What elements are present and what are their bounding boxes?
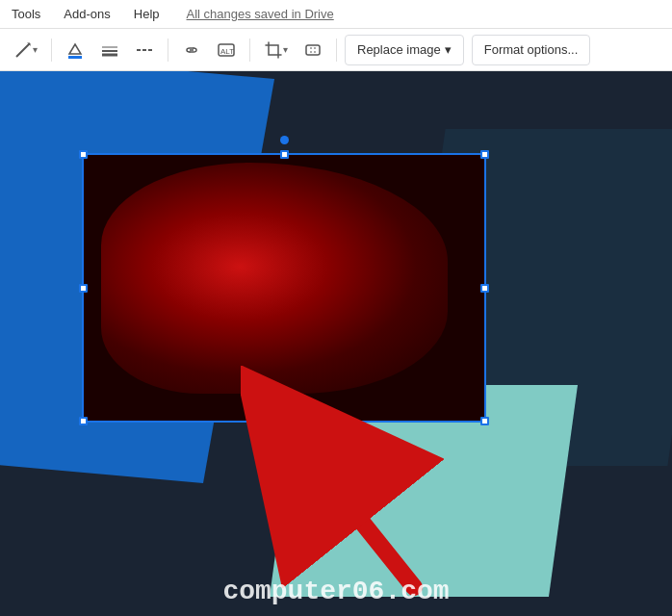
border-color-icon bbox=[65, 40, 85, 60]
line-tool-chevron: ▾ bbox=[33, 44, 38, 55]
menu-addons[interactable]: Add-ons bbox=[60, 5, 114, 23]
menu-help[interactable]: Help bbox=[130, 5, 164, 23]
replace-image-label: Replace image bbox=[357, 42, 441, 57]
border-dash-button[interactable] bbox=[129, 35, 160, 65]
line-icon bbox=[13, 40, 33, 60]
mask-button[interactable] bbox=[297, 35, 328, 65]
watermark: computer06.com bbox=[222, 577, 449, 606]
drive-save-status: All changes saved in Drive bbox=[187, 7, 334, 21]
canvas-area[interactable]: computer06.com bbox=[0, 71, 672, 616]
divider-1 bbox=[51, 38, 52, 62]
menu-bar: Tools Add-ons Help All changes saved in … bbox=[0, 0, 672, 29]
alt-text-button[interactable]: ALT bbox=[211, 35, 242, 65]
svg-line-0 bbox=[16, 43, 30, 57]
format-options-button[interactable]: Format options... bbox=[472, 35, 591, 65]
red-arrow bbox=[241, 366, 452, 606]
jellyfish-image bbox=[101, 163, 448, 394]
svg-text:ALT: ALT bbox=[220, 47, 234, 56]
link-button[interactable] bbox=[176, 35, 207, 65]
divider-4 bbox=[336, 38, 337, 62]
replace-image-chevron: ▾ bbox=[445, 42, 452, 57]
mask-icon bbox=[303, 40, 323, 60]
svg-line-14 bbox=[298, 443, 414, 587]
border-dash-icon bbox=[135, 40, 154, 60]
menu-tools[interactable]: Tools bbox=[8, 5, 44, 23]
divider-3 bbox=[249, 38, 250, 62]
border-weight-button[interactable] bbox=[94, 35, 125, 65]
alt-text-icon: ALT bbox=[217, 40, 236, 60]
crop-chevron: ▾ bbox=[283, 44, 288, 55]
format-options-label: Format options... bbox=[484, 42, 579, 57]
divider-2 bbox=[168, 38, 168, 62]
border-weight-icon bbox=[100, 40, 119, 60]
line-tool-button[interactable]: ▾ bbox=[8, 35, 43, 65]
crop-icon bbox=[264, 40, 283, 60]
toolbar: ▾ ALT bbox=[0, 29, 672, 71]
border-color-button[interactable] bbox=[60, 35, 90, 65]
replace-image-button[interactable]: Replace image ▾ bbox=[345, 35, 464, 65]
crop-button[interactable]: ▾ bbox=[258, 35, 294, 65]
svg-rect-12 bbox=[306, 45, 320, 55]
svg-rect-2 bbox=[68, 56, 82, 59]
link-icon bbox=[182, 40, 201, 60]
